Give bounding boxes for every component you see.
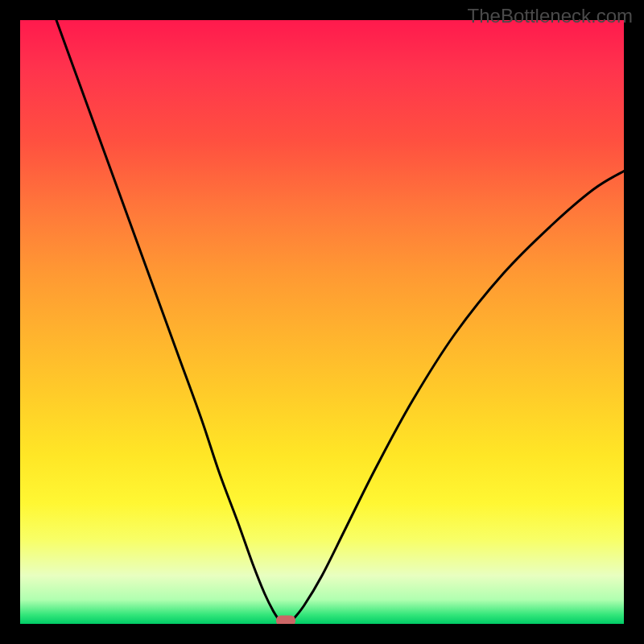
minimum-marker xyxy=(276,616,295,625)
curve-left-branch xyxy=(56,20,280,621)
plot-area xyxy=(20,20,624,624)
curve-svg xyxy=(20,20,624,624)
chart-frame: TheBottleneck.com xyxy=(0,0,644,644)
curve-right-branch xyxy=(292,171,625,621)
watermark-text: TheBottleneck.com xyxy=(468,5,633,27)
